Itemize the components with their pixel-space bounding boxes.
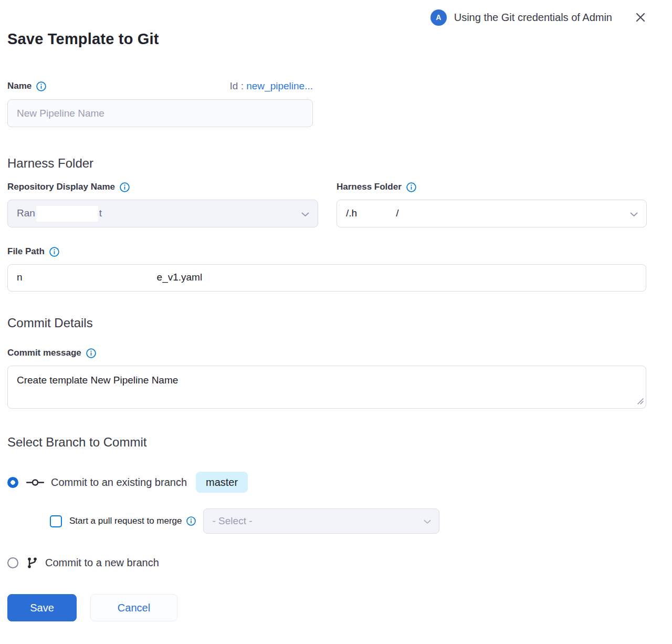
existing-branch-row: Commit to an existing branch master [7,472,647,493]
file-path-block: File Path ne_v1.yaml [7,246,647,292]
new-branch-label[interactable]: Commit to a new branch [45,557,159,569]
avatar-initial: A [436,13,441,22]
chevron-down-icon [630,208,638,220]
pull-request-checkbox[interactable] [50,515,62,527]
chevron-down-icon [424,515,431,527]
repository-field-block: Repository Display Name Rant [7,182,318,227]
repository-value-end: t [99,207,102,219]
name-label: Name [7,81,46,91]
file-path-value-start: n [17,272,23,283]
info-icon[interactable] [86,348,96,358]
file-path-input[interactable]: ne_v1.yaml [7,264,646,292]
dialog-actions: Save Cancel [7,594,647,621]
harness-folder-select[interactable]: /.h/ [337,200,647,227]
pull-request-row: Start a pull request to merge - Select - [50,508,647,534]
close-icon[interactable] [634,11,647,24]
redacted-text [24,270,156,286]
commit-details-heading: Commit Details [7,316,647,330]
file-path-value-end: e_v1.yaml [157,272,203,283]
save-template-dialog: A Using the Git credentials of Admin Sav… [0,0,672,621]
save-button[interactable]: Save [7,594,77,621]
info-icon[interactable] [406,182,416,192]
id-prefix: Id : [230,80,244,91]
existing-branch-label[interactable]: Commit to an existing branch [51,476,187,489]
redacted-text [36,206,98,222]
redacted-text [358,206,395,222]
name-field-block: Name Id : new_pipeline... [7,80,313,127]
harness-folder-field-block: Harness Folder /.h/ [337,182,647,227]
pull-request-label[interactable]: Start a pull request to merge [69,516,182,526]
info-icon[interactable] [49,247,59,257]
folder-value-start: /.h [346,207,357,219]
avatar: A [430,9,447,26]
git-commit-icon [26,478,44,487]
chevron-down-icon [301,208,309,220]
harness-folder-label: Harness Folder [337,182,647,192]
select-branch-heading: Select Branch to Commit [7,435,647,450]
info-icon[interactable] [120,182,130,192]
git-credentials-text: Using the Git credentials of Admin [454,12,612,24]
new-branch-row: Commit to a new branch [7,557,647,569]
name-input[interactable] [7,99,313,127]
folder-value-end: / [396,207,398,219]
cancel-button[interactable]: Cancel [90,594,177,621]
git-branch-icon [26,557,38,569]
branch-name-badge[interactable]: master [196,472,248,493]
repository-label: Repository Display Name [7,182,318,192]
target-branch-select: - Select - [203,508,439,534]
harness-folder-heading: Harness Folder [7,156,647,171]
info-icon[interactable] [36,81,46,91]
page-title: Save Template to Git [7,30,647,48]
commit-message-wrap: Create template New Pipeline Name [7,366,646,411]
repository-select: Rant [7,200,318,227]
dialog-header: A Using the Git credentials of Admin [7,0,647,19]
repository-value-start: Ran [17,207,35,219]
id-value-link[interactable]: new_pipeline... [246,80,313,91]
existing-branch-radio[interactable] [7,477,18,488]
new-branch-radio[interactable] [7,557,18,568]
template-id: Id : new_pipeline... [230,80,313,92]
commit-message-label: Commit message [7,348,647,358]
info-icon[interactable] [186,516,196,526]
commit-message-textarea[interactable]: Create template New Pipeline Name [7,366,646,409]
file-path-label: File Path [7,246,647,257]
